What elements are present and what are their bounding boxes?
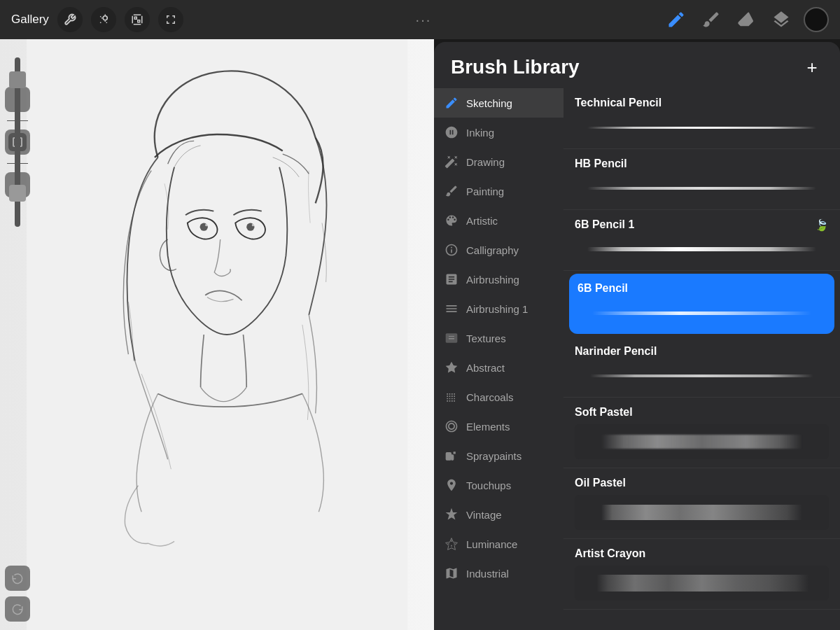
opacity-track bbox=[15, 57, 20, 141]
brush-name-hb-pencil: HB Pencil bbox=[575, 158, 829, 170]
svg-point-0 bbox=[103, 16, 107, 20]
brush-item-oil-pastel[interactable]: Oil Pastel bbox=[564, 468, 840, 539]
panel-body: Sketching Inking Drawing bbox=[434, 85, 840, 630]
stroke-thin-2 bbox=[587, 187, 816, 190]
brush-name-soft-pastel: Soft Pastel bbox=[575, 406, 829, 419]
stroke-crayon bbox=[590, 575, 813, 592]
add-brush-button[interactable]: + bbox=[801, 56, 823, 78]
layers-icon bbox=[771, 10, 791, 29]
brush-item-technical-pencil[interactable]: Technical Pencil bbox=[564, 88, 840, 149]
brush-item-hb-pencil[interactable]: HB Pencil bbox=[564, 149, 840, 210]
category-item-vintage[interactable]: Vintage bbox=[434, 500, 564, 529]
svg-rect-6 bbox=[446, 452, 451, 461]
category-item-inking[interactable]: Inking bbox=[434, 118, 564, 147]
brush-list: Technical Pencil HB Pencil 6B Pencil 1 🍃 bbox=[564, 85, 840, 630]
category-list: Sketching Inking Drawing bbox=[434, 85, 564, 630]
charcoals-label: Charcoals bbox=[466, 391, 514, 403]
vintage-label: Vintage bbox=[466, 509, 502, 521]
magic-button[interactable] bbox=[91, 7, 116, 32]
more-options-button[interactable]: ··· bbox=[416, 12, 432, 28]
eraser-tool-button[interactable] bbox=[734, 7, 759, 32]
drawing-label: Drawing bbox=[466, 156, 505, 168]
category-item-luminance[interactable]: Luminance bbox=[434, 529, 564, 559]
stroke-oilpastel bbox=[590, 505, 813, 520]
svg-point-5 bbox=[252, 224, 255, 227]
luminance-label: Luminance bbox=[466, 538, 517, 550]
selection-icon bbox=[164, 13, 177, 26]
spraypaints-label: Spraypaints bbox=[466, 450, 522, 462]
smudge-tool-button[interactable] bbox=[699, 7, 724, 32]
brush-size-slider-container[interactable] bbox=[5, 172, 30, 197]
brush-preview-artist-crayon bbox=[575, 566, 829, 601]
brush-library-panel: Brush Library + Sketching Inking bbox=[434, 42, 840, 630]
category-item-charcoals[interactable]: Charcoals bbox=[434, 382, 564, 412]
opacity-slider[interactable] bbox=[5, 87, 30, 112]
canvas-area[interactable] bbox=[0, 39, 434, 630]
category-item-airbrushing[interactable]: Airbrushing bbox=[434, 265, 564, 294]
brush-item-artist-crayon[interactable]: Artist Crayon bbox=[564, 539, 840, 610]
brush-preview-soft-pastel bbox=[575, 424, 829, 459]
airbrushing-label: Airbrushing bbox=[466, 274, 519, 286]
redo-icon bbox=[11, 603, 24, 615]
drawing-icon bbox=[444, 154, 459, 169]
size-track bbox=[15, 143, 20, 227]
calligraphy-label: Calligraphy bbox=[466, 244, 519, 256]
brush-preview-6b-pencil-1 bbox=[575, 237, 829, 262]
charcoals-icon bbox=[444, 389, 459, 405]
brush-preview-6b-pencil bbox=[578, 300, 826, 326]
brush-name-6b-pencil-1: 6B Pencil 1 bbox=[575, 218, 829, 231]
undo-button[interactable] bbox=[5, 566, 30, 591]
brush-item-narinder-pencil[interactable]: Narinder Pencil bbox=[564, 337, 840, 398]
brush-name-oil-pastel: Oil Pastel bbox=[575, 477, 829, 489]
undo-redo-container bbox=[5, 566, 30, 622]
left-sidebar bbox=[0, 78, 35, 630]
category-item-elements[interactable]: Elements bbox=[434, 412, 564, 441]
category-item-touchups[interactable]: Touchups bbox=[434, 470, 564, 500]
layers-tool-button[interactable] bbox=[769, 7, 794, 32]
brush-name-narinder-pencil: Narinder Pencil bbox=[575, 345, 829, 358]
category-item-textures[interactable]: Textures bbox=[434, 323, 564, 353]
opacity-thumb[interactable] bbox=[9, 71, 26, 88]
category-item-industrial[interactable]: Industrial bbox=[434, 559, 564, 588]
airbrushing1-icon bbox=[444, 301, 459, 316]
crop-button[interactable] bbox=[158, 7, 183, 32]
brush-item-6b-pencil-1[interactable]: 6B Pencil 1 🍃 bbox=[564, 210, 840, 271]
category-item-painting[interactable]: Painting bbox=[434, 176, 564, 206]
brush-preview-oil-pastel bbox=[575, 495, 829, 530]
brush-item-soft-pastel[interactable]: Soft Pastel bbox=[564, 398, 840, 468]
size-thumb[interactable] bbox=[9, 185, 26, 202]
artistic-icon bbox=[444, 213, 459, 228]
stroke-selected bbox=[592, 312, 811, 315]
brush-name-6b-pencil: 6B Pencil bbox=[578, 282, 826, 295]
s-icon bbox=[131, 13, 144, 26]
brush-tool-button[interactable] bbox=[664, 7, 689, 32]
settings-button[interactable] bbox=[57, 7, 83, 32]
category-item-abstract[interactable]: Abstract bbox=[434, 353, 564, 382]
category-item-sketching[interactable]: Sketching bbox=[434, 88, 564, 118]
stroke-pastel bbox=[590, 435, 813, 449]
brush-item-6b-pencil[interactable]: 6B Pencil bbox=[569, 274, 834, 334]
category-item-artistic[interactable]: Artistic bbox=[434, 206, 564, 235]
industrial-icon bbox=[444, 566, 459, 581]
elements-icon bbox=[444, 419, 459, 434]
painting-icon bbox=[444, 183, 459, 199]
category-item-spraypaints[interactable]: Spraypaints bbox=[434, 441, 564, 470]
category-item-calligraphy[interactable]: Calligraphy bbox=[434, 235, 564, 265]
abstract-icon bbox=[444, 360, 459, 375]
smudge-icon bbox=[701, 10, 721, 29]
artistic-label: Artistic bbox=[466, 215, 498, 227]
brush-name-artist-crayon: Artist Crayon bbox=[575, 547, 829, 560]
sketch-canvas bbox=[0, 39, 434, 630]
category-item-drawing[interactable]: Drawing bbox=[434, 147, 564, 176]
airbrushing-icon bbox=[444, 272, 459, 287]
textures-icon bbox=[444, 330, 459, 346]
6b-pencil-1-leaf-icon: 🍃 bbox=[815, 218, 829, 232]
redo-button[interactable] bbox=[5, 596, 30, 622]
inking-icon bbox=[444, 125, 459, 140]
gallery-button[interactable]: Gallery bbox=[11, 13, 49, 27]
panel-header: Brush Library + bbox=[434, 42, 840, 85]
stroke-thin-1 bbox=[587, 127, 816, 129]
airbrushing1-label: Airbrushing 1 bbox=[466, 303, 528, 315]
category-item-airbrushing1[interactable]: Airbrushing 1 bbox=[434, 294, 564, 323]
transform-button[interactable] bbox=[125, 7, 150, 32]
